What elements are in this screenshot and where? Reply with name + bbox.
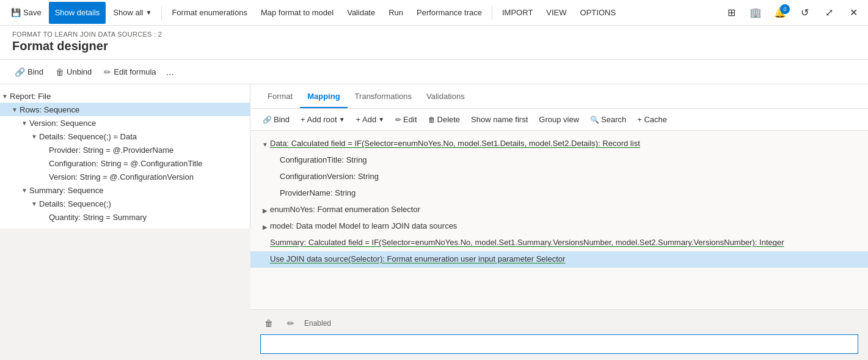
validate-label: Validate: [347, 8, 375, 17]
notification-icon[interactable]: 🔔 0: [770, 3, 790, 23]
delete-label: Delete: [437, 115, 461, 124]
show-all-button[interactable]: Show all ▼: [107, 2, 158, 24]
bottom-edit-button[interactable]: ✏: [282, 315, 299, 332]
data-source-item[interactable]: Use JOIN data source(Selector): Format e…: [250, 251, 868, 268]
tree-item[interactable]: Provider: String = @.ProviderName: [0, 143, 250, 156]
data-source-label: ProviderName: String: [280, 187, 356, 199]
mapping-bind-button[interactable]: 🔗 Bind: [258, 111, 294, 128]
cache-label: + Cache: [637, 115, 667, 124]
data-source-toggle-icon: [260, 237, 270, 249]
top-bar-right: ⊞ 🏢 🔔 0 ↺ ⤢ ✕: [721, 3, 863, 23]
bottom-delete-button[interactable]: 🗑: [260, 315, 277, 332]
data-source-item[interactable]: ProviderName: String: [250, 185, 868, 202]
page-title: Format designer: [12, 39, 856, 53]
mapping-bind-label: Bind: [274, 115, 290, 124]
cache-button[interactable]: + Cache: [632, 111, 672, 128]
options-button[interactable]: OPTIONS: [574, 2, 622, 24]
tree-item[interactable]: ▼Report: File: [0, 89, 250, 103]
unbind-button[interactable]: 🗑 Unbind: [51, 63, 97, 81]
show-all-label: Show all: [113, 8, 143, 17]
more-options-button[interactable]: ...: [164, 67, 177, 78]
tree-toggle-icon: [39, 212, 49, 222]
save-button[interactable]: 💾 Save: [5, 2, 48, 24]
tree-toggle-icon: ▼: [29, 199, 39, 208]
tab-mapping[interactable]: Mapping: [300, 85, 347, 108]
validate-button[interactable]: Validate: [341, 2, 381, 24]
tree-item[interactable]: ▼Summary: Sequence: [0, 183, 250, 197]
page-header: FORMAT TO LEARN JOIN DATA SOURCES : 2 Fo…: [0, 26, 868, 60]
top-bar: 💾 Save Show details Show all ▼ Format en…: [0, 0, 868, 26]
data-source-label: Summary: Calculated field = IF(Selector=…: [270, 237, 784, 249]
group-view-button[interactable]: Group view: [534, 111, 584, 128]
data-source-item[interactable]: ▼Data: Calculated field = IF(Selector=en…: [250, 136, 868, 152]
notification-badge: 0: [780, 4, 790, 14]
mapping-panel: FormatMappingTransformationsValidations …: [250, 84, 868, 359]
popout-icon[interactable]: ⤢: [819, 3, 839, 23]
refresh-icon[interactable]: ↺: [795, 3, 814, 23]
import-button[interactable]: IMPORT: [496, 2, 539, 24]
search-label: Search: [601, 115, 626, 124]
add-root-button[interactable]: + Add root ▼: [296, 111, 350, 128]
delete-button[interactable]: 🗑 Delete: [423, 111, 465, 128]
add-button[interactable]: + Add ▼: [351, 111, 390, 128]
data-source-toggle-icon: [270, 171, 280, 183]
tree-item[interactable]: Version: String = @.ConfigurationVersion: [0, 170, 250, 183]
edit-icon: ✏: [395, 116, 401, 124]
import-label: IMPORT: [502, 8, 533, 17]
panel-resize-handle[interactable]: [248, 84, 250, 359]
add-chevron: ▼: [378, 116, 384, 123]
run-button[interactable]: Run: [382, 2, 409, 24]
data-source-label: enumNoYes: Format enumeration Selector: [270, 204, 420, 216]
tab-validations[interactable]: Validations: [419, 85, 472, 108]
enabled-input[interactable]: [260, 334, 858, 354]
bind-icon: 🔗: [15, 67, 25, 77]
search-button[interactable]: 🔍 Search: [585, 111, 631, 128]
tab-transformations[interactable]: Transformations: [348, 85, 419, 108]
edit-formula-icon: ✏: [104, 67, 111, 77]
grid-icon[interactable]: ⊞: [721, 3, 741, 23]
format-enumerations-label: Format enumerations: [172, 8, 247, 17]
close-icon[interactable]: ✕: [844, 3, 863, 23]
bottom-panel: 🗑 ✏ Enabled: [250, 309, 868, 359]
tree-item[interactable]: ▼Details: Sequence(;) = Data: [0, 130, 250, 143]
separator-1: [161, 6, 162, 20]
tabs-bar: FormatMappingTransformationsValidations: [250, 84, 868, 109]
data-source-label: Data: Calculated field = IF(Selector=enu…: [270, 138, 640, 150]
data-source-toggle-icon: [260, 254, 270, 266]
breadcrumb: FORMAT TO LEARN JOIN DATA SOURCES : 2: [12, 31, 856, 38]
edit-label: Edit: [403, 115, 417, 124]
data-source-item[interactable]: Summary: Calculated field = IF(Selector=…: [250, 235, 868, 251]
office-icon[interactable]: 🏢: [746, 3, 765, 23]
tree-item[interactable]: Configuration: String = @.ConfigurationT…: [0, 156, 250, 170]
data-source-toggle-icon: [270, 155, 280, 167]
tree-item[interactable]: ▼Rows: Sequence: [0, 103, 250, 116]
edit-formula-button[interactable]: ✏ Edit formula: [99, 63, 161, 81]
performance-trace-button[interactable]: Performance trace: [410, 2, 488, 24]
show-details-button[interactable]: Show details: [49, 2, 106, 24]
add-root-chevron: ▼: [339, 116, 345, 123]
map-format-to-model-button[interactable]: Map format to model: [255, 2, 340, 24]
edit-formula-label: Edit formula: [114, 67, 156, 76]
save-icon: 💾: [11, 8, 21, 17]
format-enumerations-button[interactable]: Format enumerations: [166, 2, 253, 24]
data-source-item[interactable]: ▶model: Data model Model to learn JOIN d…: [250, 218, 868, 235]
show-name-first-button[interactable]: Show name first: [466, 111, 533, 128]
data-source-item[interactable]: ▶enumNoYes: Format enumeration Selector: [250, 202, 868, 218]
tree-item-label: Version: Sequence: [29, 119, 96, 128]
tree-item[interactable]: Quantity: String = Summary: [0, 210, 250, 224]
view-button[interactable]: VIEW: [540, 2, 572, 24]
main-content: ▼Report: File▼Rows: Sequence▼Version: Se…: [0, 84, 868, 359]
tree-item-label: Rows: Sequence: [20, 105, 79, 114]
edit-button[interactable]: ✏ Edit: [390, 111, 421, 128]
data-source-item[interactable]: ConfigurationTitle: String: [250, 152, 868, 169]
add-label: + Add: [356, 115, 377, 124]
tree-item-label: Report: File: [10, 92, 51, 101]
tree-toggle-icon: [39, 158, 49, 168]
data-source-item[interactable]: ConfigurationVersion: String: [250, 169, 868, 185]
bind-button[interactable]: 🔗 Bind: [10, 63, 48, 81]
show-details-label: Show details: [55, 8, 100, 17]
tree-item[interactable]: ▼Version: Sequence: [0, 116, 250, 130]
data-source-label: ConfigurationTitle: String: [280, 154, 367, 166]
tree-item[interactable]: ▼Details: Sequence(;): [0, 197, 250, 210]
tab-format[interactable]: Format: [260, 85, 300, 108]
